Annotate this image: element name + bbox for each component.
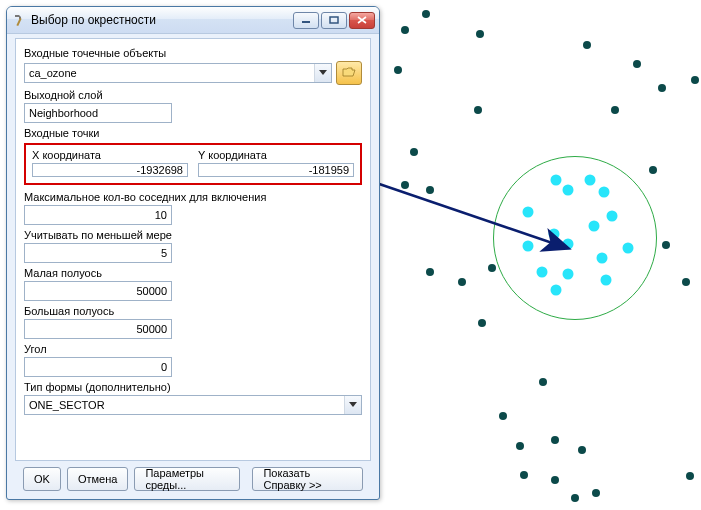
dialog-window: Выбор по окрестности Входные точечные об… xyxy=(6,6,380,500)
data-point-dark xyxy=(499,412,507,420)
data-point-dark xyxy=(401,181,409,189)
data-point-dark xyxy=(476,30,484,38)
data-point-dark xyxy=(662,241,670,249)
output-layer-input[interactable] xyxy=(24,103,172,123)
data-point-dark xyxy=(426,186,434,194)
dialog-title: Выбор по окрестности xyxy=(31,13,293,27)
max-neighbors-label: Максимальное кол-во соседних для включен… xyxy=(24,191,362,203)
hammer-icon xyxy=(13,13,27,27)
data-point-dark xyxy=(686,472,694,480)
data-point-dark xyxy=(458,278,466,286)
browse-button[interactable] xyxy=(336,61,362,85)
data-point-dark xyxy=(658,84,666,92)
max-neighbors-input[interactable] xyxy=(24,205,172,225)
major-axis-input[interactable] xyxy=(24,319,172,339)
show-help-button[interactable]: Показать Справку >> xyxy=(252,467,363,491)
angle-label: Угол xyxy=(24,343,362,355)
y-coord-label: Y координата xyxy=(198,149,354,161)
min-neighbors-label: Учитывать по меньшей мере xyxy=(24,229,362,241)
scene: Выбор по окрестности Входные точечные об… xyxy=(0,0,701,510)
major-axis-label: Большая полуось xyxy=(24,305,362,317)
x-coord-input[interactable] xyxy=(32,163,188,177)
minor-axis-label: Малая полуось xyxy=(24,267,362,279)
data-point-dark xyxy=(578,446,586,454)
data-point-dark xyxy=(592,489,600,497)
data-point-dark xyxy=(520,471,528,479)
chevron-down-icon xyxy=(344,396,361,414)
button-bar: OK Отмена Параметры среды... Показать Сп… xyxy=(15,461,371,497)
neighborhood-circle xyxy=(493,156,657,320)
x-coord-label: X координата xyxy=(32,149,188,161)
y-coord-input[interactable] xyxy=(198,163,354,177)
shape-type-select[interactable]: ONE_SECTOR xyxy=(24,395,362,415)
data-point-dark xyxy=(410,148,418,156)
data-point-dark xyxy=(539,378,547,386)
data-point-dark xyxy=(583,41,591,49)
svg-rect-1 xyxy=(16,18,21,26)
data-point-dark xyxy=(611,106,619,114)
input-points-label: Входные точечные объекты xyxy=(24,47,362,59)
minimize-button[interactable] xyxy=(293,12,319,29)
data-point-dark xyxy=(474,106,482,114)
data-point-dark xyxy=(633,60,641,68)
input-coords-header: Входные точки xyxy=(24,127,362,139)
data-point-dark xyxy=(478,319,486,327)
svg-rect-3 xyxy=(330,17,338,23)
shape-type-value: ONE_SECTOR xyxy=(29,399,344,411)
input-points-select[interactable]: ca_ozone xyxy=(24,63,332,83)
data-point-dark xyxy=(401,26,409,34)
data-point-dark xyxy=(691,76,699,84)
data-point-dark xyxy=(394,66,402,74)
angle-input[interactable] xyxy=(24,357,172,377)
shape-type-label: Тип формы (дополнительно) xyxy=(24,381,362,393)
environments-button[interactable]: Параметры среды... xyxy=(134,467,240,491)
data-point-dark xyxy=(426,268,434,276)
data-point-dark xyxy=(571,494,579,502)
svg-rect-2 xyxy=(302,21,310,23)
window-controls xyxy=(293,12,375,29)
dialog-body: Входные точечные объекты ca_ozone xyxy=(7,34,379,499)
cancel-button[interactable]: Отмена xyxy=(67,467,128,491)
ok-button[interactable]: OK xyxy=(23,467,61,491)
data-point-dark xyxy=(488,264,496,272)
titlebar[interactable]: Выбор по окрестности xyxy=(7,7,379,34)
data-point-dark xyxy=(551,476,559,484)
close-button[interactable] xyxy=(349,12,375,29)
data-point-dark xyxy=(422,10,430,18)
chevron-down-icon xyxy=(314,64,331,82)
form-panel: Входные точечные объекты ca_ozone xyxy=(15,38,371,461)
input-points-value: ca_ozone xyxy=(29,67,314,79)
min-neighbors-input[interactable] xyxy=(24,243,172,263)
data-point-dark xyxy=(682,278,690,286)
minor-axis-input[interactable] xyxy=(24,281,172,301)
data-point-dark xyxy=(516,442,524,450)
data-point-dark xyxy=(649,166,657,174)
coords-highlight-box: X координата Y координата xyxy=(24,143,362,185)
maximize-button[interactable] xyxy=(321,12,347,29)
data-point-dark xyxy=(551,436,559,444)
folder-open-icon xyxy=(342,66,356,80)
output-layer-label: Выходной слой xyxy=(24,89,362,101)
